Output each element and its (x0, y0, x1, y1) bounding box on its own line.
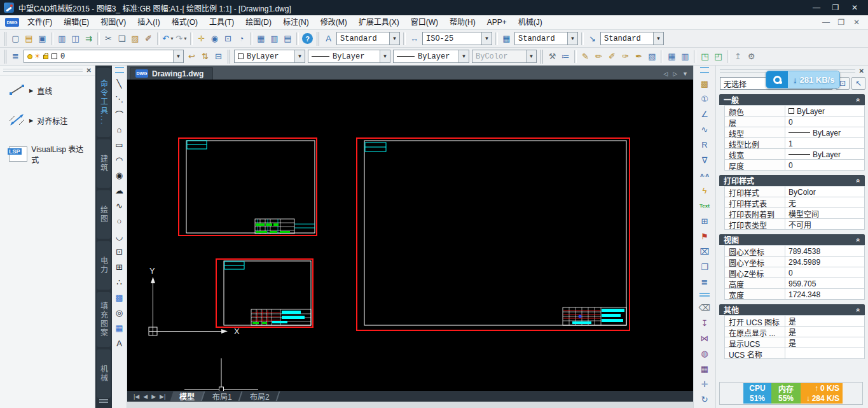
open-file-icon[interactable]: ▤ (22, 32, 36, 46)
menu-item-0[interactable]: 文件(F) (22, 15, 58, 29)
quick-calculator-icon[interactable]: ▦ (254, 32, 268, 46)
property-value[interactable]: 是 (785, 337, 864, 348)
sheet-tab-1[interactable]: 布局1 (203, 391, 243, 401)
edit-polyline-icon[interactable]: ✎ (579, 50, 592, 64)
polygon-icon[interactable]: ⌂ (113, 122, 126, 136)
copy-objects-icon[interactable]: ❐ (698, 260, 712, 274)
chevron-down-icon[interactable]: ▼ (653, 32, 663, 45)
flag-mark-icon[interactable]: ⚑ (698, 229, 712, 243)
arc-icon[interactable]: ◠ (113, 153, 126, 167)
mirror-icon[interactable]: ⋈ (698, 331, 712, 345)
multileader-style-icon[interactable]: ↘ (586, 32, 599, 46)
customize-tools-icon[interactable]: ⚒ (546, 50, 559, 64)
line-icon[interactable]: ╲ (113, 76, 126, 90)
document-tab[interactable]: DWG Drawing1.dwg (130, 67, 213, 80)
point-icon[interactable]: ∴ (113, 275, 126, 289)
property-value[interactable]: 1724.348 (785, 289, 864, 299)
region-hatch-icon[interactable]: ▩ (698, 76, 712, 90)
toolbar-grip[interactable] (4, 50, 6, 64)
table-icon[interactable]: ▦ (113, 321, 126, 335)
tile-blocks-icon[interactable]: ▦ (698, 362, 712, 376)
palette-grip[interactable] (3, 69, 83, 72)
palette-tab-2[interactable]: 绘图 (97, 190, 111, 239)
property-value[interactable]: 是 (785, 327, 864, 337)
tab-scroll-left-button[interactable]: ◁ (663, 71, 668, 77)
save-file-icon[interactable]: ▣ (36, 32, 49, 46)
redo-icon[interactable]: ↷▼ (175, 32, 188, 46)
paste-icon[interactable]: ▨ (128, 32, 142, 46)
layer-previous-icon[interactable]: ⇅ (198, 50, 212, 64)
performance-widget[interactable]: CPU 内存 ↑0 K/S 51% 55% ↓284 K/S (743, 383, 843, 404)
ellipse-arc-icon[interactable]: ◡ (113, 229, 126, 243)
revision-cloud-icon[interactable]: ☁ (113, 183, 126, 197)
text-style-icon[interactable]: A (322, 32, 335, 46)
edit-block-in-place-icon[interactable]: ▧ (645, 50, 659, 64)
new-viewport-icon[interactable]: ◳ (698, 50, 712, 64)
section-header-1[interactable]: 打印样式« (719, 175, 865, 186)
menu-item-5[interactable]: 工具(T) (203, 15, 240, 29)
delete-tool-icon[interactable]: ⌧ (698, 244, 712, 258)
ellipse-icon[interactable]: ○ (113, 214, 126, 228)
close-button[interactable]: ✕ (845, 2, 864, 13)
maximize-button[interactable]: ❐ (826, 2, 845, 13)
hatch-icon[interactable]: ▩ (113, 290, 126, 304)
donut-icon[interactable]: ◎ (113, 306, 126, 320)
chevron-down-icon[interactable]: ▼ (380, 50, 390, 62)
linetype-control[interactable]: ByLayer▼ (308, 50, 390, 63)
menu-item-11[interactable]: 帮助(H) (444, 15, 481, 29)
last-sheet-button[interactable]: ▶| (160, 393, 165, 400)
quick-select-icon[interactable]: ≔ (559, 50, 572, 64)
copy-icon[interactable]: ❏ (115, 32, 128, 46)
help-icon[interactable]: ? (302, 33, 313, 44)
property-value[interactable]: 959.705 (785, 278, 864, 288)
rotate-icon[interactable]: ↻ (698, 392, 712, 406)
data-list-icon[interactable]: ▤ (281, 32, 294, 46)
mtext-icon[interactable]: A (113, 336, 126, 350)
match-properties-icon[interactable]: ✐ (142, 32, 155, 46)
chevron-down-icon[interactable]: ▼ (567, 32, 577, 45)
radius-dimension-icon[interactable]: R (698, 137, 712, 151)
polyline-edit-icon[interactable]: ∠ (698, 107, 712, 121)
table-style-icon[interactable]: ▦ (500, 32, 513, 46)
property-value[interactable]: 0 (785, 267, 864, 278)
property-value[interactable] (785, 348, 864, 358)
sheet-tab-2[interactable]: 布局2 (241, 391, 280, 401)
edit-attribute-icon[interactable]: ✒ (632, 50, 645, 64)
undo-icon[interactable]: ↶▼ (162, 32, 175, 46)
dimension-style-icon[interactable]: ↔ (408, 32, 421, 46)
make-block-icon[interactable]: ⊞ (113, 260, 126, 274)
drawing-canvas[interactable]: Y X (127, 80, 693, 391)
property-value[interactable]: 0 (785, 116, 864, 127)
edit-table-icon[interactable]: ▦ (665, 50, 679, 64)
toolbar-grip[interactable] (4, 32, 6, 46)
property-value[interactable]: ByLayer (785, 127, 864, 137)
zoom-realtime-icon[interactable]: ◉ (208, 32, 221, 46)
prev-sheet-button[interactable]: ◀ (143, 393, 148, 400)
select-objects-button[interactable]: ↖ (851, 77, 865, 90)
named-views-icon[interactable]: ◰ (712, 50, 725, 64)
edit-cell-icon[interactable]: ▥ (679, 50, 692, 64)
eraser-icon[interactable]: ⌫ (698, 300, 712, 314)
menu-item-8[interactable]: 修改(M) (315, 15, 353, 29)
property-value[interactable]: 是 (785, 316, 864, 326)
property-value[interactable]: 294.5989 (785, 257, 864, 267)
chevron-down-icon[interactable]: ▼ (526, 50, 536, 62)
palette-tab-4[interactable]: 填充图案 (97, 292, 111, 347)
section-header-0[interactable]: 一般« (719, 94, 865, 105)
menu-item-13[interactable]: 机械(J) (513, 15, 548, 29)
first-sheet-button[interactable]: |◀ (134, 393, 139, 400)
zoom-previous-icon[interactable]: ◔ (235, 32, 248, 46)
edit-spline-icon[interactable]: ✏ (592, 50, 605, 64)
menu-item-12[interactable]: APP+ (481, 15, 513, 29)
layer-select[interactable]: ☀0▼ (24, 50, 184, 63)
rectangle-icon[interactable]: ▭ (113, 137, 126, 151)
chevron-down-icon[interactable]: ▼ (458, 50, 469, 62)
pan-icon[interactable]: ✛ (195, 32, 208, 46)
move-icon[interactable]: ✛ (698, 377, 712, 391)
property-value[interactable]: 模型空间 (785, 208, 864, 218)
doc-restore-button[interactable]: ❐ (834, 17, 849, 28)
layer-states-icon[interactable]: ⊟ (212, 50, 225, 64)
section-header-3[interactable]: 其他« (719, 304, 865, 315)
help-book-icon[interactable]: ≣ (698, 275, 712, 289)
palette-item-line-tool[interactable]: ▶直线 (0, 76, 95, 106)
